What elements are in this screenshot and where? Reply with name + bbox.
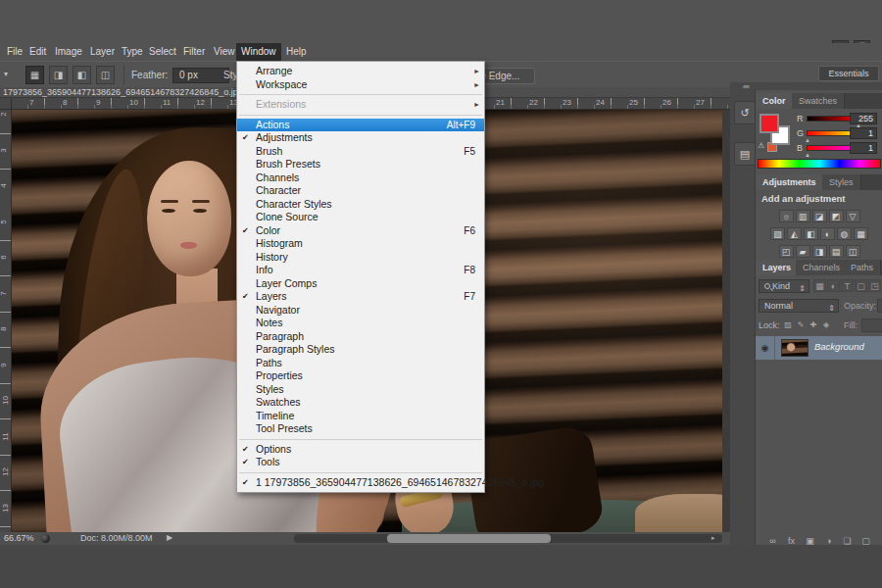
menu-item-layers[interactable]: ✔LayersF7 xyxy=(237,290,484,304)
menu-item-histogram[interactable]: Histogram xyxy=(237,237,484,251)
gamut-warning-icon[interactable]: ⚠ xyxy=(758,141,764,150)
menu-item-navigator[interactable]: Navigator xyxy=(237,304,484,318)
adjustment-layer-filter-icon[interactable]: ◐ xyxy=(827,279,840,292)
photo-filter-icon[interactable]: ◐ xyxy=(820,227,835,240)
menubar-item-select[interactable]: Select xyxy=(144,43,181,61)
layer-row-background[interactable]: ◉ Background xyxy=(756,336,882,360)
smart-object-filter-icon[interactable]: ◳ xyxy=(868,279,881,292)
menu-item-history[interactable]: History xyxy=(237,251,484,265)
color-lookup-icon[interactable]: ▦ xyxy=(854,227,868,240)
menu-item-character[interactable]: Character xyxy=(237,184,484,198)
horizontal-scrollbar-thumb[interactable] xyxy=(387,534,551,543)
menu-item-tools[interactable]: ✔Tools xyxy=(237,456,484,469)
new-adjustment-layer-icon[interactable]: ◑ xyxy=(821,536,836,546)
shape-layer-filter-icon[interactable]: ▢ xyxy=(855,279,867,292)
menu-item-layer-comps[interactable]: Layer Comps xyxy=(237,277,484,291)
menubar-item-window[interactable]: Window xyxy=(236,43,281,61)
menu-item-clone-source[interactable]: Clone Source xyxy=(237,211,484,224)
hue-saturation-icon[interactable]: ▧ xyxy=(770,227,785,240)
threshold-icon[interactable]: ◨ xyxy=(812,245,827,258)
blue-slider-marker[interactable]: ▲ xyxy=(805,152,810,158)
menu-item-extensions[interactable]: Extensions► xyxy=(237,98,484,112)
menubar-item-layer[interactable]: Layer xyxy=(85,43,120,61)
tab-styles[interactable]: Styles xyxy=(822,174,861,190)
feather-input[interactable]: 0 px xyxy=(172,68,229,83)
red-channel-value[interactable]: 255 xyxy=(850,113,877,124)
tab-adjustments[interactable]: Adjustments xyxy=(756,174,824,190)
menu-item-actions[interactable]: ActionsAlt+F9 xyxy=(237,119,484,132)
layer-filter-kind-dropdown[interactable]: Kind ⇕ xyxy=(759,279,809,293)
menubar-item-edit[interactable]: Edit xyxy=(24,43,51,61)
green-slider-marker[interactable]: ▲ xyxy=(805,137,810,143)
collapse-panels-icon[interactable]: «« xyxy=(743,83,749,90)
menu-item-timeline[interactable]: Timeline xyxy=(237,410,484,423)
menubar-item-view[interactable]: View xyxy=(209,43,240,61)
menu-item-arrange[interactable]: Arrange► xyxy=(237,65,484,78)
tab-channels[interactable]: Channels xyxy=(796,260,848,275)
layer-name[interactable]: Background xyxy=(814,341,864,352)
lock-transparency-icon[interactable]: ▨ xyxy=(782,319,794,331)
pixel-layer-filter-icon[interactable]: ▦ xyxy=(813,279,826,292)
menu-item-character-styles[interactable]: Character Styles xyxy=(237,198,484,212)
menu-item-adjustments[interactable]: ✔Adjustments xyxy=(237,131,484,145)
posterize-icon[interactable]: ▰ xyxy=(796,245,810,258)
menu-item-properties[interactable]: Properties xyxy=(237,369,484,383)
color-balance-icon[interactable]: ◭ xyxy=(787,227,802,240)
type-layer-filter-icon[interactable]: T xyxy=(841,279,854,292)
horizontal-scrollbar[interactable] xyxy=(294,534,722,543)
mini-bridge-panel-icon[interactable]: ▤ xyxy=(734,142,756,166)
menubar-item-image[interactable]: Image xyxy=(50,43,87,61)
green-channel-value[interactable]: 1 xyxy=(850,127,877,139)
menubar-item-type[interactable]: Type xyxy=(117,43,148,61)
menu-item-brush-presets[interactable]: Brush Presets xyxy=(237,158,484,172)
blend-mode-dropdown[interactable]: Normal ⇕ xyxy=(759,299,839,313)
new-group-icon[interactable]: ❏ xyxy=(840,536,855,546)
layer-mask-icon[interactable]: ▣ xyxy=(803,536,817,546)
menu-item-color[interactable]: ✔ColorF6 xyxy=(237,224,484,238)
zoom-level-field[interactable]: 66.67% xyxy=(4,533,34,543)
lock-all-icon[interactable]: ◈ xyxy=(820,319,832,331)
lock-move-icon[interactable]: ✚ xyxy=(808,319,819,331)
menu-item-tool-presets[interactable]: Tool Presets xyxy=(237,422,484,436)
link-layers-icon[interactable]: ∞ xyxy=(765,536,780,546)
menu-item-notes[interactable]: Notes xyxy=(237,317,484,330)
intersect-selection-button[interactable]: ◫ xyxy=(96,66,115,84)
color-spectrum-ramp[interactable] xyxy=(758,159,881,169)
tab-color[interactable]: Color xyxy=(756,93,794,109)
vibrance-icon[interactable]: ▽ xyxy=(846,210,860,222)
vertical-scrollbar[interactable] xyxy=(722,110,730,532)
menu-item-options[interactable]: ✔Options xyxy=(237,443,484,457)
workspace-switcher-button[interactable]: Essentials xyxy=(818,66,879,81)
brightness-contrast-icon[interactable]: ☼ xyxy=(779,210,794,222)
new-selection-button[interactable]: ▦ xyxy=(25,66,44,84)
selective-color-icon[interactable]: ▤ xyxy=(829,245,844,258)
tab-swatches[interactable]: Swatches xyxy=(792,93,845,109)
exposure-icon[interactable]: ◩ xyxy=(829,210,844,222)
menu-item-swatches[interactable]: Swatches xyxy=(237,396,484,410)
foreground-color-swatch[interactable] xyxy=(760,114,779,133)
opacity-field[interactable] xyxy=(877,299,882,313)
menu-item-workspace[interactable]: Workspace► xyxy=(237,78,484,92)
invert-icon[interactable]: ◰ xyxy=(779,245,794,258)
lock-paint-icon[interactable]: ✎ xyxy=(795,319,807,331)
menubar-item-help[interactable]: Help xyxy=(281,43,312,61)
tab-paths[interactable]: Paths xyxy=(844,260,881,275)
channel-mixer-icon[interactable]: ◍ xyxy=(837,227,852,240)
tab-layers[interactable]: Layers xyxy=(756,260,799,275)
fill-field[interactable] xyxy=(861,318,882,332)
new-layer-icon[interactable]: ▢ xyxy=(858,536,873,546)
blue-channel-value[interactable]: 1 xyxy=(850,142,877,154)
menu-item-paragraph[interactable]: Paragraph xyxy=(237,330,484,344)
tool-preset-dropdown-icon[interactable]: ▾ xyxy=(4,70,8,78)
menu-item-brush[interactable]: BrushF5 xyxy=(237,145,484,159)
add-to-selection-button[interactable]: ◨ xyxy=(49,66,68,84)
menu-item-paths[interactable]: Paths xyxy=(237,357,484,370)
levels-icon[interactable]: ▥ xyxy=(796,210,810,222)
menu-item-info[interactable]: InfoF8 xyxy=(237,264,484,277)
menubar-item-filter[interactable]: Filter xyxy=(178,43,210,61)
menu-item-styles[interactable]: Styles xyxy=(237,383,484,397)
menu-item-paragraph-styles[interactable]: Paragraph Styles xyxy=(237,343,484,357)
status-options-arrow-icon[interactable]: ▶ xyxy=(167,533,172,542)
layer-thumbnail[interactable] xyxy=(781,339,808,357)
gradient-map-icon[interactable]: ◫ xyxy=(846,245,860,258)
